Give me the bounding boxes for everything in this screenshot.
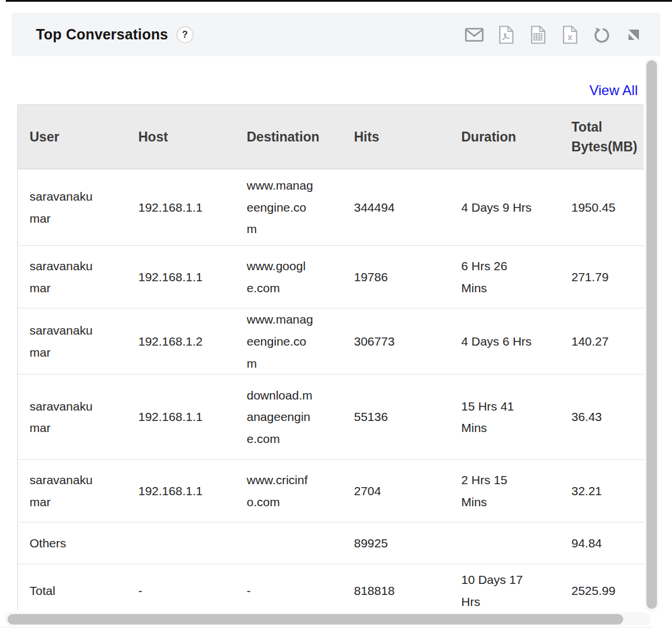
window-top-edge: [6, 0, 672, 2]
svg-text:x: x: [568, 32, 572, 42]
cell-user: saravanakumar: [18, 375, 127, 460]
horizontal-scrollbar-thumb[interactable]: [8, 614, 623, 625]
cell-hits: 19786: [343, 246, 450, 308]
cell-user: saravanakumar: [18, 460, 127, 522]
column-header-destination: Destination: [235, 105, 343, 169]
collapse-widget-button[interactable]: [624, 26, 643, 44]
export-csv-button[interactable]: [529, 26, 547, 44]
cell-hits: 2704: [343, 460, 450, 522]
cell-total-bytes: 32.21: [560, 460, 644, 522]
cell-duration: 4 Days 9 Hrs: [450, 169, 560, 246]
export-xls-button[interactable]: x: [561, 26, 579, 44]
cell-host: 192.168.1.2: [127, 308, 235, 375]
table-row: saravanakumar 192.168.1.2 www.manageengi…: [18, 308, 644, 375]
table-row-total: Total - - 818818 10 Days 17 Hrs 2525.99: [18, 564, 644, 611]
help-icon[interactable]: ?: [176, 26, 194, 43]
cell-host: 192.168.1.1: [127, 460, 235, 522]
conversations-table-container: User Host Destination Hits Duration Tota…: [17, 104, 644, 611]
cell-user: saravanakumar: [18, 246, 127, 308]
cell-duration: 6 Hrs 26 Mins: [450, 246, 560, 308]
cell-destination: -: [235, 564, 343, 611]
cell-total-bytes: 271.79: [560, 246, 644, 308]
cell-host: -: [127, 564, 235, 611]
export-pdf-button[interactable]: [497, 26, 515, 44]
refresh-icon: [593, 26, 611, 44]
envelope-icon: [465, 28, 484, 42]
cell-duration: 10 Days 17 Hrs: [450, 564, 560, 611]
refresh-button[interactable]: [593, 26, 611, 44]
table-row-others: Others 89925 94.84: [18, 522, 644, 564]
table-row: saravanakumar 192.168.1.1 download.manag…: [18, 375, 644, 460]
pdf-file-icon: [499, 26, 514, 44]
top-conversations-widget: Top Conversations ?: [0, 0, 672, 639]
cell-host: [127, 522, 235, 564]
column-header-user: User: [18, 105, 127, 169]
cell-duration: [450, 522, 560, 564]
cell-user: Total: [18, 564, 127, 611]
cell-total-bytes: 2525.99: [560, 564, 644, 611]
cell-duration: 2 Hrs 15 Mins: [450, 460, 560, 522]
cell-host: 192.168.1.1: [127, 375, 235, 460]
cell-hits: 55136: [343, 375, 450, 460]
cell-duration: 15 Hrs 41 Mins: [450, 375, 560, 460]
cell-user: saravanakumar: [18, 308, 127, 375]
table-header-row: User Host Destination Hits Duration Tota…: [18, 105, 644, 169]
cell-total-bytes: 94.84: [560, 522, 644, 564]
conversations-table: User Host Destination Hits Duration Tota…: [17, 104, 644, 611]
column-header-host: Host: [127, 105, 235, 169]
cell-destination: www.manageengine.com: [235, 169, 343, 246]
widget-bottom-divider: [0, 627, 652, 627]
cell-destination: download.manageengine.com: [235, 375, 343, 460]
column-header-duration: Duration: [450, 105, 560, 169]
vertical-scrollbar-thumb[interactable]: [646, 60, 657, 609]
cell-hits: 89925: [343, 522, 450, 564]
cell-destination: [235, 522, 343, 564]
cell-total-bytes: 1950.45: [560, 169, 644, 246]
column-header-hits: Hits: [343, 105, 450, 169]
cell-user: saravanakumar: [18, 169, 127, 246]
view-all-link[interactable]: View All: [589, 82, 638, 99]
cell-total-bytes: 140.27: [560, 308, 644, 375]
cell-destination: www.cricinfo.com: [235, 460, 343, 522]
cell-destination: www.manageengine.com: [235, 308, 343, 375]
cell-hits: 818818: [343, 564, 450, 611]
table-row: saravanakumar 192.168.1.1 www.manageengi…: [18, 169, 644, 246]
table-row: saravanakumar 192.168.1.1 www.google.com…: [18, 246, 644, 308]
widget-toolbar: x: [465, 26, 643, 44]
cell-duration: 4 Days 6 Hrs: [450, 308, 560, 375]
widget-title: Top Conversations: [36, 26, 168, 43]
cell-hits: 344494: [343, 169, 450, 246]
widget-header: Top Conversations ?: [12, 13, 660, 56]
xls-file-icon: x: [562, 26, 577, 44]
table-row: saravanakumar 192.168.1.1 www.cricinfo.c…: [18, 460, 644, 522]
expand-icon: [627, 28, 641, 42]
column-header-total-bytes: Total Bytes(MB): [560, 105, 644, 169]
cell-host: 192.168.1.1: [127, 246, 235, 308]
cell-user: Others: [18, 522, 127, 564]
cell-hits: 306773: [343, 308, 450, 375]
cell-total-bytes: 36.43: [560, 375, 644, 460]
email-button[interactable]: [465, 26, 484, 44]
cell-destination: www.google.com: [235, 246, 343, 308]
csv-file-icon: [531, 26, 546, 44]
cell-host: 192.168.1.1: [127, 169, 235, 246]
